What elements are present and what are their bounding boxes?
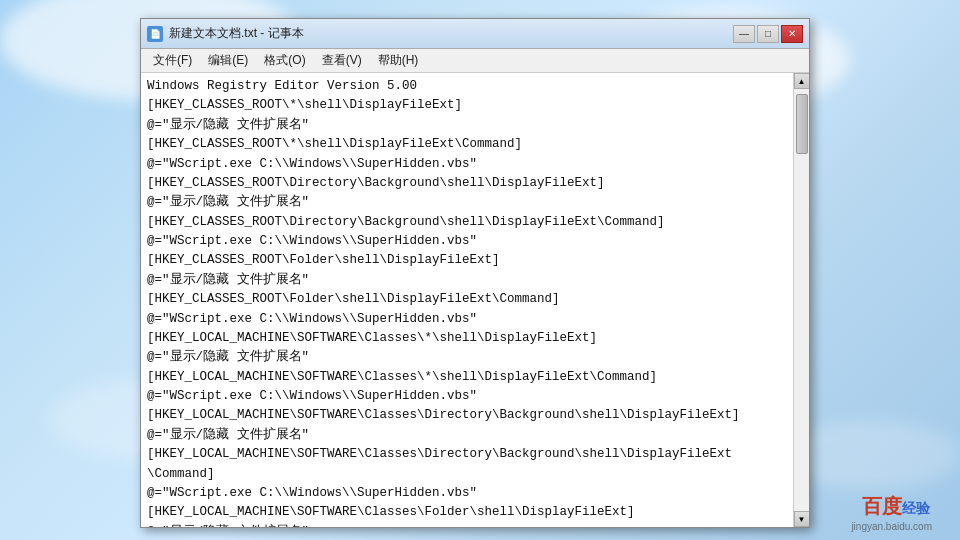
menu-format[interactable]: 格式(O) [256,50,313,71]
menu-help[interactable]: 帮助(H) [370,50,427,71]
menu-bar: 文件(F) 编辑(E) 格式(O) 查看(V) 帮助(H) [141,49,809,73]
notepad-icon: 📄 [147,26,163,42]
baidu-url: jingyan.baidu.com [851,521,932,532]
content-area: Windows Registry Editor Version 5.00 [HK… [141,73,809,527]
baidu-sub-text: 经验 [902,500,930,516]
minimize-button[interactable]: — [733,25,755,43]
close-button[interactable]: ✕ [781,25,803,43]
notepad-window: 📄 新建文本文档.txt - 记事本 — □ ✕ 文件(F) 编辑(E) 格式(… [140,18,810,528]
scroll-up-arrow[interactable]: ▲ [794,73,810,89]
scroll-thumb[interactable] [796,94,808,154]
menu-edit[interactable]: 编辑(E) [200,50,256,71]
title-bar: 📄 新建文本文档.txt - 记事本 — □ ✕ [141,19,809,49]
baidu-logo: 百度经验 [862,493,930,520]
menu-file[interactable]: 文件(F) [145,50,200,71]
text-editor[interactable]: Windows Registry Editor Version 5.00 [HK… [141,73,793,527]
window-title: 新建文本文档.txt - 记事本 [169,25,733,42]
menu-view[interactable]: 查看(V) [314,50,370,71]
maximize-button[interactable]: □ [757,25,779,43]
scroll-down-arrow[interactable]: ▼ [794,511,810,527]
vertical-scrollbar[interactable]: ▲ ▼ [793,73,809,527]
baidu-text-red: 百度 [862,495,902,517]
scroll-track[interactable] [795,89,809,511]
window-controls: — □ ✕ [733,25,803,43]
